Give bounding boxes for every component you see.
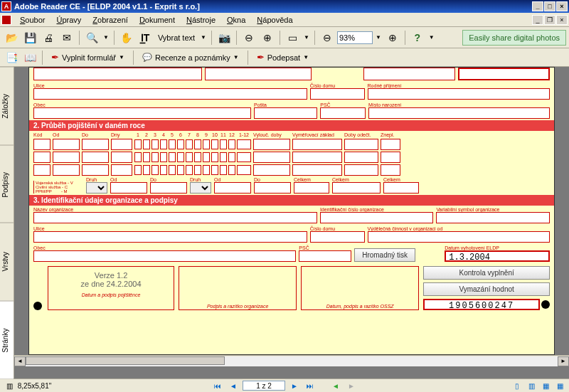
mdi-close-button[interactable]: × xyxy=(556,15,568,25)
tab-podpisy[interactable]: Podpisy xyxy=(0,145,14,223)
select-dropdown[interactable]: ▼ xyxy=(199,34,208,41)
ebook-button[interactable]: 📖 xyxy=(21,49,38,66)
label-ulice: Ulice xyxy=(33,83,307,88)
mail-button[interactable]: ✉ xyxy=(58,29,75,46)
legend-text: Vojenská služba - V Civilní služba - C P… xyxy=(33,181,83,194)
label-ico: Identifikační číslo organizace xyxy=(320,207,434,212)
horizontal-scrollbar[interactable]: ◄ ► xyxy=(14,355,569,366)
menu-napoveda[interactable]: Nápověda xyxy=(251,14,298,26)
label-misto-narozeni: Místo narození xyxy=(368,102,550,107)
label-celkem1: Celkem xyxy=(294,177,329,182)
tab-zalozky[interactable]: Záložky xyxy=(0,67,14,145)
zoom-minus-button[interactable]: ⊖ xyxy=(319,29,336,46)
druh-select-1[interactable] xyxy=(86,182,107,194)
facing-button[interactable]: ▦ xyxy=(539,380,552,391)
page-layout-button[interactable]: ▥ xyxy=(3,380,16,391)
help-button[interactable]: ? xyxy=(409,29,426,46)
scroll-right-button[interactable]: ► xyxy=(558,356,569,366)
tab-stranky[interactable]: Stránky xyxy=(0,301,14,379)
last-page-button[interactable]: ⏭ xyxy=(304,380,317,391)
menu-bar: Soubor Úpravy Zobrazení Dokument Nástroj… xyxy=(0,13,569,27)
document-area[interactable]: Ulice Číslo domu Rodné příjmení Obec Poš… xyxy=(14,67,569,378)
page-dropdown[interactable]: ▼ xyxy=(302,34,311,41)
vymazani-button[interactable]: Vymazání hodnot xyxy=(423,282,550,296)
zoom-out-button[interactable]: ⊖ xyxy=(240,29,257,46)
mdi-restore-button[interactable]: ❐ xyxy=(544,15,555,25)
label-od3: Od xyxy=(214,177,251,182)
dot-icon-right xyxy=(541,300,550,309)
druh-select-2[interactable] xyxy=(190,182,211,194)
doc-icon xyxy=(1,15,11,25)
verze-line2: ze dne 24.2.2004 xyxy=(53,280,169,288)
datum-value[interactable]: 1.3.2004 xyxy=(445,250,550,262)
scroll-left-button[interactable]: ◄ xyxy=(14,356,26,366)
title-bar: A Adobe Reader CE - [ELDP 2004 v1.1 - Ex… xyxy=(0,0,569,13)
continuous-button[interactable]: ▥ xyxy=(525,380,538,391)
zoom-dropdown[interactable]: ▼ xyxy=(374,34,383,41)
label-znepl: Znepl. xyxy=(381,132,400,137)
sign-button[interactable]: ✒Podepsat▼ xyxy=(252,51,314,65)
menu-soubor[interactable]: Soubor xyxy=(14,14,50,26)
minimize-button[interactable]: _ xyxy=(532,1,543,11)
menu-okna[interactable]: Okna xyxy=(221,14,251,26)
first-page-button[interactable]: ⏮ xyxy=(211,380,224,391)
label-podpis-org: Podpis a razítko organizace xyxy=(179,304,296,309)
label-obec3: Obec xyxy=(33,245,296,250)
zoom-input[interactable] xyxy=(337,31,373,44)
maximize-button[interactable]: □ xyxy=(544,1,555,11)
forward-button[interactable]: ► xyxy=(345,380,358,391)
label-cislo-domu: Číslo domu xyxy=(310,83,365,88)
label-cislo3: Číslo domu xyxy=(310,226,365,231)
reviews-button[interactable]: 💬Recenze a poznámky▼ xyxy=(137,51,244,65)
snapshot-button[interactable]: 📷 xyxy=(216,29,233,46)
hromadny-tisk-button[interactable]: Hromadný tisk xyxy=(354,248,415,262)
content-area: Záložky Podpisy Vrstvy Stránky Ulice Čís… xyxy=(0,67,569,378)
page-view-button[interactable]: ▭ xyxy=(284,29,301,46)
label-do: Do xyxy=(82,132,109,137)
promo-link[interactable]: Easily share digital photos xyxy=(462,30,566,46)
text-select-button[interactable]: I̲T xyxy=(137,29,154,46)
section3-header: 3. Identifikační údaje organizace a podp… xyxy=(29,195,554,206)
label-druh2: Druh xyxy=(190,177,211,182)
label-vymer: Vyměřovací základ xyxy=(292,132,342,137)
code-box: 1905600247 xyxy=(423,299,540,310)
label-od: Od xyxy=(53,132,80,137)
label-celkem3: Celkem xyxy=(383,177,419,182)
tab-vrstvy[interactable]: Vrstvy xyxy=(0,223,14,301)
bookmark-button[interactable]: 📑 xyxy=(3,49,20,66)
label-do3: Do xyxy=(254,177,291,182)
help-dropdown[interactable]: ▼ xyxy=(427,34,436,41)
print-button[interactable]: 🖨 xyxy=(40,29,57,46)
mdi-minimize-button[interactable]: _ xyxy=(532,15,543,25)
menu-dokument[interactable]: Dokument xyxy=(134,14,181,26)
label-ulice3: Ulice xyxy=(33,226,307,231)
back-button[interactable]: ◄ xyxy=(329,380,342,391)
kontrola-button[interactable]: Kontrola vyplnění xyxy=(423,266,550,280)
search-button[interactable]: 🔍 xyxy=(83,29,100,46)
scroll-thumb[interactable] xyxy=(26,356,225,365)
continuous-facing-button[interactable]: ▦ xyxy=(553,380,566,391)
single-page-button[interactable]: ▯ xyxy=(511,380,523,391)
zoom-in-button[interactable]: ⊕ xyxy=(259,29,276,46)
fill-form-button[interactable]: ✒Vyplnit formulář▼ xyxy=(46,51,129,65)
search-dropdown[interactable]: ▼ xyxy=(102,34,110,41)
prev-page-button[interactable]: ◄ xyxy=(227,380,240,391)
menu-upravy[interactable]: Úpravy xyxy=(50,14,87,26)
label-doby: Doby odečt. xyxy=(344,132,378,137)
next-page-button[interactable]: ► xyxy=(288,380,301,391)
zoom-plus-button[interactable]: ⊕ xyxy=(384,29,401,46)
label-psc: PSČ xyxy=(320,102,366,107)
secondary-toolbar: 📑 📖 ✒Vyplnit formulář▼ 💬Recenze a poznám… xyxy=(0,48,569,67)
menu-zobrazeni[interactable]: Zobrazení xyxy=(87,14,134,26)
label-do2: Do xyxy=(150,177,187,182)
hand-tool-button[interactable]: ✋ xyxy=(118,29,135,46)
close-button[interactable]: × xyxy=(556,1,568,11)
label-posta: Pošta xyxy=(254,102,317,107)
page-number-input[interactable] xyxy=(243,381,285,391)
open-button[interactable]: 📂 xyxy=(3,29,20,46)
label-dny: Dny xyxy=(111,132,132,137)
verze-line1: Verze 1.2 xyxy=(53,271,169,280)
menu-nastroje[interactable]: Nástroje xyxy=(181,14,221,26)
label-podpis-pojist: Datum a podpis pojištěnce xyxy=(53,292,169,297)
save-button[interactable]: 💾 xyxy=(21,29,38,46)
